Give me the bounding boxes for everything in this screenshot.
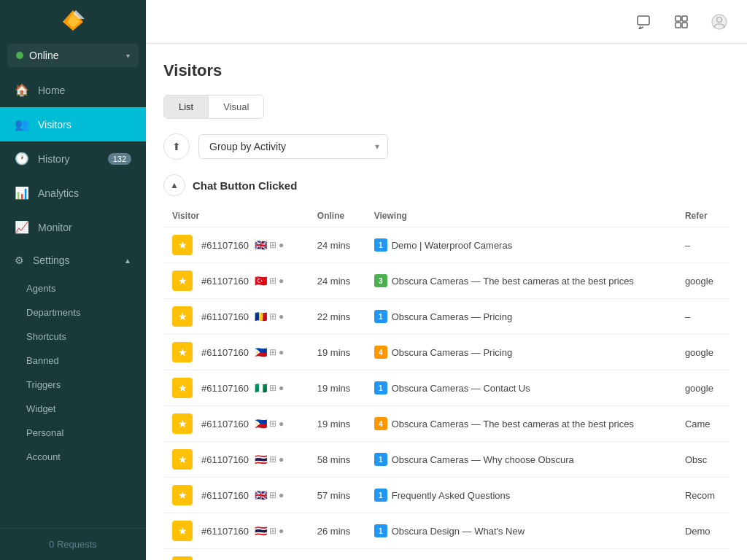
visitor-flags: 🇹🇭 ⊞ ●	[255, 454, 284, 465]
sidebar-item-history[interactable]: 🕐 History 132	[0, 141, 146, 176]
sidebar: Online ▾ 🏠 Home 👥 Visitors 🕐 History 132…	[0, 0, 146, 560]
referrer-cell: –	[676, 228, 729, 263]
visitor-flags: 🇬🇧 ⊞ ●	[255, 239, 284, 251]
device-icon: ●	[279, 240, 284, 250]
flag-icon: 🇹🇭	[255, 525, 267, 537]
visitor-id: #61107160	[201, 311, 249, 322]
svg-rect-7	[682, 23, 687, 28]
col-visitor: Visitor	[163, 205, 309, 228]
visitor-flags: 🇹🇭 ⊞ ●	[255, 525, 284, 537]
visitor-cell: ★ #61107160 🇳🇬 ⊞ ●	[163, 370, 309, 406]
visitor-avatar: ★	[172, 306, 193, 327]
sub-nav-agents[interactable]: Agents	[0, 276, 146, 300]
sidebar-item-visitors[interactable]: 👥 Visitors	[0, 107, 146, 141]
visitors-table: Visitor Online Viewing Refer ★ #61107160…	[163, 205, 729, 560]
table-row[interactable]: ★ #61107160 🇳🇬 ⊞ ● 19 mins 1 Obscura Cam…	[163, 370, 729, 406]
status-selector[interactable]: Online ▾	[7, 44, 139, 67]
visitor-flags: 🇷🇴 ⊞ ●	[255, 311, 284, 322]
referrer-cell: google	[676, 263, 729, 299]
status-dot	[16, 52, 23, 59]
section-header: ▲ Chat Button Clicked	[163, 174, 729, 196]
section-collapse-button[interactable]: ▲	[163, 174, 185, 196]
filter-row: ⬆ Group by Activity	[163, 133, 729, 160]
table-row[interactable]: ★ #61107160 🇵🇭 ⊞ ● 19 mins 4 Obscura Cam…	[163, 406, 729, 442]
online-time: 26 mins	[309, 513, 365, 549]
visitor-cell: ★ #61107160 🇵🇭 ⊞ ●	[163, 335, 309, 370]
device-icon: ●	[279, 383, 284, 393]
table-row[interactable]: ★ #61107160 🇹🇷 ⊞ ● 24 mins 3 Obscura Cam…	[163, 263, 729, 299]
os-icon: ⊞	[269, 311, 276, 322]
requests-bar: 0 Requests	[0, 528, 146, 560]
table-row[interactable]: ★ #61107160 🇸🇰 ⊞ ● 23 mins 5 Picking a t…	[163, 549, 729, 561]
flag-icon: 🇬🇧	[255, 489, 267, 501]
logo	[0, 0, 146, 44]
referrer-cell: Recom	[676, 478, 729, 513]
sidebar-item-analytics[interactable]: 📊 Analytics	[0, 176, 146, 210]
sidebar-item-monitor[interactable]: 📈 Monitor	[0, 210, 146, 244]
tab-visual[interactable]: Visual	[209, 96, 263, 118]
group-by-select[interactable]: Group by Activity	[198, 134, 388, 159]
viewing-cell: 1 Demo | Waterproof Cameras	[365, 228, 676, 263]
visitor-avatar: ★	[172, 378, 193, 398]
visitor-id: #61107160	[201, 276, 249, 287]
page-badge: 3	[374, 274, 387, 287]
flag-icon: 🇬🇧	[255, 239, 267, 251]
online-time: 19 mins	[309, 370, 365, 406]
sub-nav-account[interactable]: Account	[0, 445, 146, 469]
user-profile-button[interactable]	[706, 9, 732, 35]
visitors-icon: 👥	[15, 117, 29, 131]
sub-nav-shortcuts[interactable]: Shortcuts	[0, 324, 146, 349]
online-time: 24 mins	[309, 263, 365, 299]
viewing-cell: 4 Obscura Cameras — Pricing	[365, 335, 676, 370]
referrer-cell: google	[676, 335, 729, 370]
main-content: Visitors List Visual ⬆ Group by Activity…	[146, 0, 747, 560]
page-badge: 4	[374, 346, 387, 359]
sidebar-item-settings[interactable]: ⚙ Settings ▲	[0, 244, 146, 276]
table-row[interactable]: ★ #61107160 🇹🇭 ⊞ ● 58 mins 1 Obscura Cam…	[163, 442, 729, 478]
topbar	[146, 0, 747, 44]
online-time: 22 mins	[309, 299, 365, 335]
flag-icon: 🇵🇭	[255, 418, 267, 429]
visitor-flags: 🇬🇧 ⊞ ●	[255, 489, 284, 501]
status-label: Online	[29, 50, 120, 61]
table-row[interactable]: ★ #61107160 🇬🇧 ⊞ ● 24 mins 1 Demo | Wate…	[163, 228, 729, 263]
page-name: Obscura Cameras — Contact Us	[392, 383, 530, 394]
table-row[interactable]: ★ #61107160 🇵🇭 ⊞ ● 19 mins 4 Obscura Cam…	[163, 335, 729, 370]
visitor-id: #61107160	[201, 419, 249, 429]
table-row[interactable]: ★ #61107160 🇷🇴 ⊞ ● 22 mins 1 Obscura Cam…	[163, 299, 729, 335]
page-name: Obscura Cameras — Pricing	[392, 347, 512, 358]
table-row[interactable]: ★ #61107160 🇹🇭 ⊞ ● 26 mins 1 Obscura Des…	[163, 513, 729, 549]
sub-nav-widget[interactable]: Widget	[0, 397, 146, 421]
visitor-avatar: ★	[172, 485, 193, 505]
online-time: 57 mins	[309, 478, 365, 513]
sub-nav-personal[interactable]: Personal	[0, 421, 146, 445]
viewing-cell: 1 Obscura Design — What's New	[365, 513, 676, 549]
device-icon: ●	[279, 490, 284, 500]
visitor-cell: ★ #61107160 🇵🇭 ⊞ ●	[163, 406, 309, 442]
visitor-cell: ★ #61107160 🇸🇰 ⊞ ●	[163, 549, 309, 561]
flag-icon: 🇵🇭	[255, 346, 267, 358]
device-icon: ●	[279, 311, 284, 322]
page-name: Demo | Waterproof Cameras	[392, 240, 512, 251]
online-time: 58 mins	[309, 442, 365, 478]
page-body: Visitors List Visual ⬆ Group by Activity…	[146, 44, 747, 560]
svg-rect-3	[638, 16, 649, 25]
viewing-cell: 1 Frequently Asked Questions	[365, 478, 676, 513]
sub-nav-banned[interactable]: Banned	[0, 349, 146, 373]
sub-nav-departments[interactable]: Departments	[0, 300, 146, 324]
visitor-flags: 🇵🇭 ⊞ ●	[255, 346, 284, 358]
referrer-cell: Obsc	[676, 442, 729, 478]
table-row[interactable]: ★ #61107160 🇬🇧 ⊞ ● 57 mins 1 Frequently …	[163, 478, 729, 513]
grid-icon-button[interactable]	[668, 9, 694, 35]
chat-icon-button[interactable]	[630, 9, 657, 35]
col-online: Online	[309, 205, 365, 228]
visitor-avatar: ★	[172, 449, 193, 470]
sidebar-item-home[interactable]: 🏠 Home	[0, 73, 146, 107]
tab-list[interactable]: List	[164, 96, 209, 118]
device-icon: ●	[279, 276, 284, 286]
sub-nav-triggers[interactable]: Triggers	[0, 373, 146, 397]
requests-label: 0 Requests	[49, 539, 97, 550]
visitor-cell: ★ #61107160 🇬🇧 ⊞ ●	[163, 478, 309, 513]
device-icon: ●	[279, 454, 284, 464]
collapse-button[interactable]: ⬆	[163, 133, 190, 160]
